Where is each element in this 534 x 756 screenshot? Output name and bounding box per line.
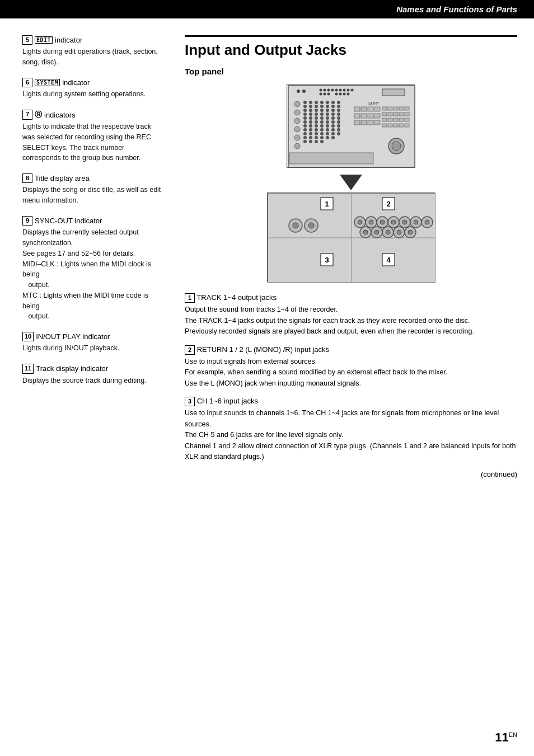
svg-point-11 (351, 89, 354, 92)
svg-point-83 (331, 112, 335, 116)
continued-text: (continued) (185, 470, 517, 478)
svg-point-82 (331, 109, 335, 112)
desc-2-body: Use to input signals from external sourc… (185, 356, 517, 389)
svg-rect-114 (399, 107, 404, 110)
section-11-title: 11 Track display indicator (22, 364, 162, 373)
svg-point-30 (303, 116, 307, 120)
svg-point-10 (347, 89, 350, 92)
section-6: 6 SYSTEM indicator Lights during system … (22, 78, 162, 100)
svg-point-94 (337, 116, 340, 120)
svg-rect-99 (354, 107, 360, 111)
svg-point-67 (320, 132, 324, 135)
right-column: Input and Output Jacks Top panel (174, 30, 534, 487)
svg-point-70 (326, 101, 329, 104)
svg-point-13 (324, 93, 326, 96)
svg-rect-101 (368, 107, 373, 111)
svg-point-16 (339, 93, 342, 96)
svg-point-92 (337, 109, 340, 112)
svg-rect-124 (399, 118, 404, 121)
desc-3-title: 3 CH 1~6 input jacks (185, 397, 517, 406)
svg-rect-100 (361, 107, 367, 111)
svg-text:SONY: SONY (368, 101, 380, 105)
badge-7: 7 (22, 110, 32, 119)
svg-point-8 (339, 89, 342, 92)
svg-point-21 (294, 110, 300, 115)
svg-rect-112 (388, 107, 392, 110)
arrow-down-icon (340, 175, 362, 190)
svg-point-7 (335, 89, 338, 92)
svg-point-59 (320, 101, 324, 104)
svg-rect-110 (374, 120, 380, 125)
svg-point-23 (294, 126, 300, 132)
svg-point-26 (303, 101, 307, 104)
svg-point-161 (363, 230, 368, 234)
svg-point-50 (315, 109, 318, 112)
svg-rect-106 (374, 114, 380, 118)
section-6-title: 6 SYSTEM indicator (22, 78, 162, 87)
svg-point-84 (331, 116, 335, 120)
svg-rect-118 (394, 112, 398, 116)
main-title: Input and Output Jacks (185, 35, 517, 59)
section-10-title: 10 IN/OUT PLAY indicator (22, 332, 162, 341)
svg-rect-128 (394, 124, 398, 127)
svg-rect-127 (388, 124, 392, 127)
svg-point-57 (315, 136, 318, 139)
svg-point-147 (358, 220, 362, 224)
svg-rect-113 (394, 107, 398, 110)
svg-point-37 (309, 101, 312, 104)
sub-title: Top panel (185, 67, 517, 76)
section-10-body: Lights during IN/OUT playback. (22, 343, 162, 354)
page-content: 5 EDIT indicator Lights during edit oper… (0, 18, 534, 499)
system-tag: SYSTEM (35, 79, 60, 86)
svg-point-20 (294, 101, 300, 107)
badge-9: 9 (22, 216, 32, 226)
svg-point-5 (327, 89, 330, 92)
svg-rect-103 (354, 114, 360, 118)
left-column: 5 EDIT indicator Lights during edit oper… (0, 30, 174, 487)
svg-point-35 (303, 136, 307, 139)
section-5-title: 5 EDIT indicator (22, 35, 162, 45)
svg-point-65 (320, 124, 324, 128)
svg-point-97 (337, 128, 340, 132)
svg-point-45 (309, 132, 312, 135)
svg-point-163 (374, 230, 379, 234)
section-9-body: Displays the currently selected output s… (22, 227, 162, 322)
svg-point-165 (386, 230, 390, 234)
desc-3-title-text: CH 1~6 input jacks (197, 397, 258, 405)
svg-point-74 (326, 116, 329, 120)
badge-6: 6 (22, 78, 32, 87)
svg-point-39 (309, 109, 312, 112)
svg-point-85 (331, 120, 335, 124)
badge-8: 8 (22, 173, 32, 183)
svg-rect-126 (382, 124, 387, 127)
badge-5: 5 (22, 35, 32, 45)
svg-rect-120 (405, 112, 409, 116)
svg-point-79 (326, 136, 329, 139)
svg-rect-119 (399, 112, 404, 116)
svg-point-4 (324, 89, 326, 92)
svg-point-58 (315, 140, 318, 143)
svg-point-9 (343, 89, 346, 92)
svg-point-31 (303, 120, 307, 124)
svg-point-72 (326, 109, 329, 112)
svg-rect-105 (368, 114, 373, 118)
badge-11: 11 (22, 364, 34, 373)
svg-point-96 (337, 124, 340, 128)
desc-badge-2: 2 (185, 345, 195, 355)
svg-point-18 (347, 93, 350, 96)
svg-rect-109 (368, 120, 373, 125)
diagram-container: SONY 1 (185, 84, 517, 282)
header-title: Names and Functions of Parts (396, 4, 517, 14)
section-6-title-suffix: indicator (62, 78, 90, 87)
section-6-body: Lights during system setting operations. (22, 89, 162, 100)
page-footer: 11EN (495, 730, 517, 745)
svg-text:4: 4 (386, 256, 391, 264)
svg-point-149 (369, 220, 373, 224)
section-11-body: Displays the source track during editing… (22, 375, 162, 386)
svg-point-3 (320, 89, 322, 92)
svg-point-34 (303, 132, 307, 135)
svg-point-33 (303, 128, 307, 132)
svg-text:1: 1 (325, 200, 329, 208)
svg-point-12 (320, 93, 322, 96)
section-8: 8 Title display area Displays the song o… (22, 173, 162, 206)
